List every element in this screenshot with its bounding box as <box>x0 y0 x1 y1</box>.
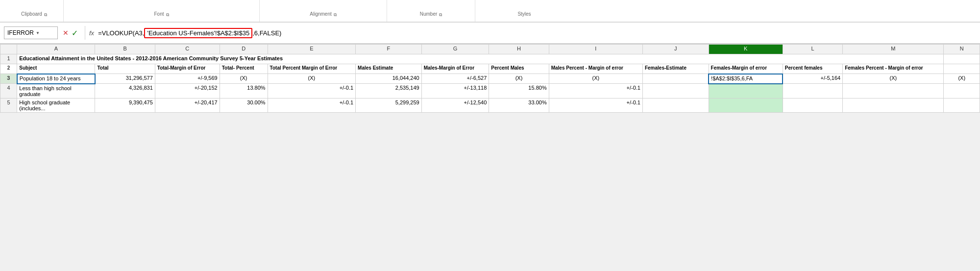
cell-j3[interactable] <box>642 74 709 84</box>
cell-n3[interactable]: (X) <box>944 74 980 84</box>
formula-divider <box>85 26 85 40</box>
cell-c3[interactable]: +/-9,569 <box>155 74 220 84</box>
cell-k4[interactable] <box>709 84 783 99</box>
cell-b2[interactable]: Total <box>95 64 155 74</box>
cell-g4[interactable]: +/-13,118 <box>421 84 489 99</box>
cell-n2[interactable] <box>944 64 980 74</box>
col-header-g[interactable]: G <box>421 45 489 54</box>
alignment-expand-icon[interactable]: ⧉ <box>334 12 337 18</box>
cell-g2[interactable]: Males-Margin of Error <box>421 64 489 74</box>
cell-i4[interactable]: +/-0.1 <box>549 84 642 99</box>
col-header-d[interactable]: D <box>220 45 268 54</box>
cell-e5-text: +/-0.1 <box>340 99 353 105</box>
cell-a1[interactable]: Educational Attainment in the United Sta… <box>17 54 944 64</box>
cell-f3[interactable]: 16,044,240 <box>356 74 422 84</box>
cell-m5[interactable] <box>843 98 944 112</box>
cell-h3[interactable]: (X) <box>489 74 549 84</box>
cell-f2[interactable]: Males Estimate <box>356 64 422 74</box>
cell-n4[interactable] <box>944 84 980 99</box>
confirm-formula-button[interactable]: ✓ <box>72 28 78 38</box>
cell-m3[interactable]: (X) <box>843 74 944 84</box>
cell-b2-text: Total <box>97 65 108 71</box>
cell-f5[interactable]: 5,299,259 <box>356 98 422 112</box>
cell-b5[interactable]: 9,390,475 <box>95 98 155 112</box>
cell-c5[interactable]: +/-20,417 <box>155 98 220 112</box>
col-header-a[interactable]: A <box>17 45 95 54</box>
col-header-m[interactable]: M <box>843 45 944 54</box>
cell-m4[interactable] <box>843 84 944 99</box>
cell-d4-text: 13.80% <box>247 85 265 91</box>
cell-h2[interactable]: Percent Males <box>489 64 549 74</box>
col-header-b[interactable]: B <box>95 45 155 54</box>
font-section: Font ⧉ <box>64 0 260 22</box>
formula-buttons: ✕ ✓ <box>60 28 81 38</box>
cell-d3[interactable]: (X) <box>220 74 268 84</box>
number-expand-icon[interactable]: ⧉ <box>439 12 442 18</box>
formula-input[interactable]: =VLOOKUP(A3,'Education US-Females'!$A$2:… <box>98 28 976 38</box>
cell-c2[interactable]: Total-Margin of Error <box>155 64 220 74</box>
cell-j2[interactable]: Females-Estimate <box>642 64 709 74</box>
cell-b4-text: 4,326,831 <box>129 85 153 91</box>
cell-i5[interactable]: +/-0.1 <box>549 98 642 112</box>
cell-c5-text: +/-20,417 <box>195 99 218 105</box>
col-header-j[interactable]: J <box>642 45 709 54</box>
cell-n3-text: (X) <box>958 75 965 81</box>
cell-j5[interactable] <box>642 98 709 112</box>
cell-f4[interactable]: 2,535,149 <box>356 84 422 99</box>
cell-h4-text: 15.80% <box>528 85 546 91</box>
cell-m2[interactable]: Females Percent - Margin of error <box>843 64 944 74</box>
name-box-arrow-icon[interactable]: ▼ <box>36 31 40 35</box>
cell-l2[interactable]: Percent females <box>783 64 842 74</box>
cell-n5[interactable] <box>944 98 980 112</box>
cell-a3[interactable]: Population 18 to 24 years <box>17 74 95 84</box>
cell-g5[interactable]: +/-12,540 <box>421 98 489 112</box>
cell-c4[interactable]: +/-20,152 <box>155 84 220 99</box>
cell-b5-text: 9,390,475 <box>129 99 153 105</box>
col-header-e[interactable]: E <box>268 45 355 54</box>
cell-j4[interactable] <box>642 84 709 99</box>
cell-e4-text: +/-0.1 <box>340 85 353 91</box>
cell-d5[interactable]: 30.00% <box>220 98 268 112</box>
cell-c2-text: Total-Margin of Error <box>157 65 206 71</box>
clipboard-expand-icon[interactable]: ⧉ <box>44 12 47 18</box>
cell-h5[interactable]: 33.00% <box>489 98 549 112</box>
col-header-i[interactable]: I <box>549 45 642 54</box>
cell-k5[interactable] <box>709 98 783 112</box>
cell-e3[interactable]: (X) <box>268 74 355 84</box>
cell-a5-text: High school graduate (includes... <box>19 99 70 111</box>
name-box[interactable]: IFERROR ▼ <box>4 26 58 39</box>
cell-a5[interactable]: High school graduate (includes... <box>17 98 95 112</box>
row-header-4: 4 <box>0 84 17 99</box>
cell-l4[interactable] <box>783 84 842 99</box>
cell-e5[interactable]: +/-0.1 <box>268 98 355 112</box>
cell-a4[interactable]: Less than high school graduate <box>17 84 95 99</box>
col-header-f[interactable]: F <box>356 45 422 54</box>
col-header-c[interactable]: C <box>155 45 220 54</box>
font-expand-icon[interactable]: ⧉ <box>166 12 169 18</box>
cell-l5[interactable] <box>783 98 842 112</box>
cell-d4[interactable]: 13.80% <box>220 84 268 99</box>
cell-e2[interactable]: Total Percent Margin of Error <box>268 64 355 74</box>
cancel-formula-button[interactable]: ✕ <box>63 29 69 37</box>
cell-d2[interactable]: Total- Percent <box>220 64 268 74</box>
cell-l3[interactable]: +/-5,164 <box>783 74 842 84</box>
cell-i5-text: +/-0.1 <box>627 99 640 105</box>
cell-b3[interactable]: 31,296,577 <box>95 74 155 84</box>
cell-b4[interactable]: 4,326,831 <box>95 84 155 99</box>
col-header-n[interactable]: N <box>944 45 980 54</box>
cell-k3[interactable]: !$A$2:$I$35,6,FA <box>709 74 783 84</box>
cell-e4[interactable]: +/-0.1 <box>268 84 355 99</box>
cell-n1[interactable] <box>944 54 980 64</box>
col-header-k[interactable]: K <box>709 45 783 54</box>
cell-a2-text: Subject <box>19 65 37 71</box>
cell-i2[interactable]: Males Percent - Margin of error <box>549 64 642 74</box>
cell-g3[interactable]: +/-6,527 <box>421 74 489 84</box>
table-row: 1 Educational Attainment in the United S… <box>0 54 980 64</box>
col-header-l[interactable]: L <box>783 45 842 54</box>
cell-i3[interactable]: (X) <box>549 74 642 84</box>
cell-d2-text: Total- Percent <box>222 65 254 71</box>
cell-a2[interactable]: Subject <box>17 64 95 74</box>
cell-k2[interactable]: Females-Margin of error <box>709 64 783 74</box>
col-header-h[interactable]: H <box>489 45 549 54</box>
cell-h4[interactable]: 15.80% <box>489 84 549 99</box>
